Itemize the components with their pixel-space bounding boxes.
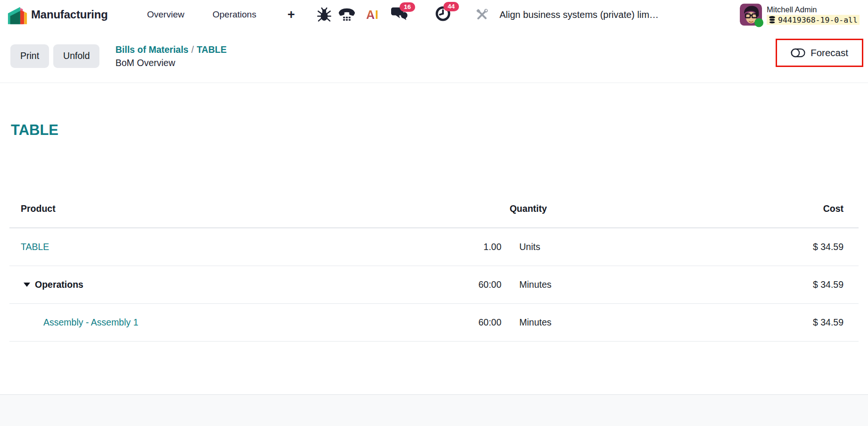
- new-document-plus-icon[interactable]: +: [287, 8, 295, 21]
- cost-value: $ 34.59: [622, 303, 859, 341]
- operations-group-label: Operations: [35, 279, 83, 290]
- assembly-operation-link[interactable]: Assembly - Assembly 1: [43, 317, 139, 327]
- column-header-quantity: Quantity: [444, 190, 622, 228]
- bom-overview-table: Product Quantity Cost TABLE 1.00 Units $…: [9, 190, 859, 342]
- unfold-button[interactable]: Unfold: [53, 44, 99, 68]
- quantity-value: 60:00: [444, 266, 505, 303]
- quantity-value: 1.00: [444, 228, 505, 266]
- quantity-value: 60:00: [444, 303, 505, 341]
- unit-value: Minutes: [505, 266, 622, 303]
- menu-overview[interactable]: Overview: [147, 9, 184, 20]
- operations-group-toggle[interactable]: Operations: [21, 279, 83, 290]
- manufacturing-app-icon[interactable]: [7, 4, 28, 25]
- database-name: 94419368-19-0-all: [778, 15, 858, 24]
- table-header-row: Product Quantity Cost: [9, 190, 859, 228]
- breadcrumb-current-table[interactable]: TABLE: [197, 44, 227, 55]
- cost-value: $ 34.59: [622, 266, 859, 303]
- database-icon: [769, 16, 776, 24]
- table-row-assembly-operation: Assembly - Assembly 1 60:00 Minutes $ 34…: [9, 303, 859, 341]
- annotation-highlight-box: Forecast: [776, 39, 863, 67]
- product-table-link[interactable]: TABLE: [21, 242, 49, 252]
- forecast-label: Forecast: [811, 47, 848, 58]
- column-header-product: Product: [9, 190, 444, 228]
- bug-icon[interactable]: [317, 7, 332, 22]
- app-name[interactable]: Manufacturing: [31, 8, 108, 21]
- breadcrumb-bills-of-materials[interactable]: Bills of Materials: [115, 44, 188, 55]
- cost-value: $ 34.59: [622, 228, 859, 266]
- breadcrumb-separator: /: [188, 44, 197, 55]
- column-header-cost: Cost: [622, 190, 859, 228]
- toggle-off-icon: [791, 48, 805, 58]
- user-menu[interactable]: Mitchell Admin 94419368-19-0-all: [740, 4, 860, 26]
- avatar: [740, 4, 762, 26]
- print-button[interactable]: Print: [10, 44, 49, 68]
- ai-assistant-icon[interactable]: AI: [366, 8, 379, 22]
- unit-value: Minutes: [505, 303, 622, 341]
- control-panel: Print Unfold Bills of Materials/TABLE Bo…: [0, 29, 868, 83]
- activities-count-badge: 44: [443, 2, 459, 11]
- online-status-dot: [754, 18, 763, 27]
- page-title: TABLE: [11, 122, 58, 139]
- top-navbar: Manufacturing Overview Operations + AI: [0, 0, 868, 29]
- unit-value: Units: [505, 228, 622, 266]
- table-row-operations-group: Operations 60:00 Minutes $ 34.59: [9, 266, 859, 303]
- debug-tools-icon[interactable]: [474, 7, 490, 23]
- app-window: Manufacturing Overview Operations + AI: [0, 0, 868, 426]
- caret-down-icon: [24, 283, 30, 287]
- forecast-toggle-button[interactable]: Forecast: [791, 47, 848, 58]
- voip-phone-icon[interactable]: [336, 6, 357, 23]
- messages-tray[interactable]: 16: [391, 6, 408, 23]
- activities-tray[interactable]: 44: [435, 6, 451, 24]
- menu-operations[interactable]: Operations: [213, 9, 256, 20]
- table-row-product: TABLE 1.00 Units $ 34.59: [9, 228, 859, 266]
- messages-count-badge: 16: [400, 2, 415, 12]
- activity-status-text[interactable]: Align business systems (private) lim…: [500, 9, 709, 20]
- user-name: Mitchell Admin: [767, 5, 817, 14]
- breadcrumb-subtitle: BoM Overview: [115, 56, 227, 69]
- breadcrumb: Bills of Materials/TABLE BoM Overview: [115, 43, 227, 69]
- page-footer: [0, 394, 868, 426]
- database-indicator: 94419368-19-0-all: [767, 15, 860, 25]
